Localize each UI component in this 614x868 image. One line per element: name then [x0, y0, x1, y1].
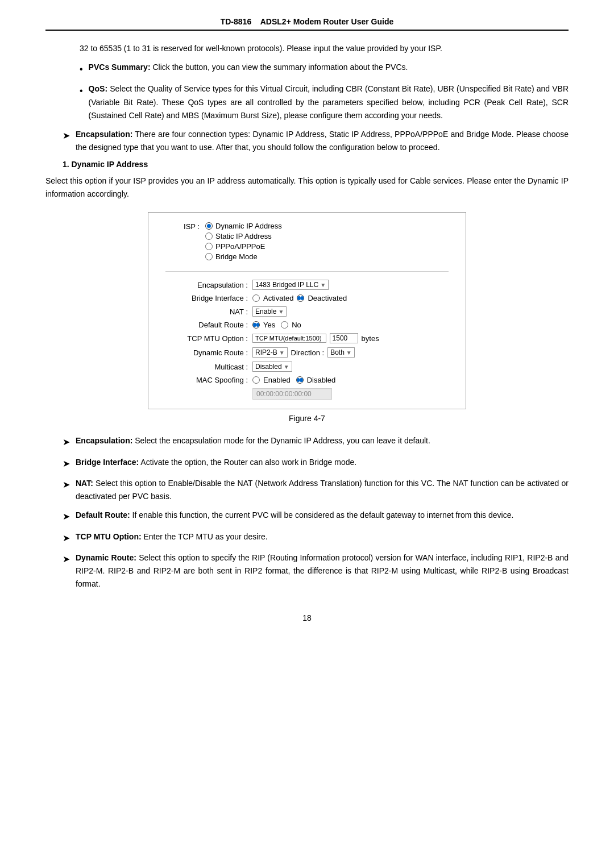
arrow-sym-2: ➤: [63, 456, 70, 471]
bridge-interface-label: Bridge Interface :: [165, 294, 248, 302]
radio-pppoa[interactable]: [205, 243, 213, 250]
arrow-sym-5: ➤: [63, 531, 70, 546]
figure-caption: Figure 4-7: [289, 414, 325, 423]
mac-spoofing-value: Enabled Disabled: [252, 376, 335, 384]
isp-option-bridge[interactable]: Bridge Mode: [205, 252, 282, 261]
arrow-dynamic-route-text: Dynamic Route: Select this option to spe…: [76, 551, 569, 591]
tcp-mtu-input[interactable]: 1500: [330, 333, 358, 343]
arrow-nat-label: NAT:: [76, 479, 93, 488]
arrow-sym-4: ➤: [63, 509, 70, 524]
nat-label: NAT :: [165, 308, 248, 316]
arrow-default-route-label: Default Route:: [76, 510, 130, 520]
encap-arrow-text: Encapsulation: There are four connection…: [76, 128, 569, 154]
isp-option-static[interactable]: Static IP Address: [205, 232, 282, 240]
tcp-mtu-value: TCP MTU(default:1500) 1500 bytes: [252, 333, 379, 343]
yes-label: Yes: [263, 321, 275, 329]
form-row-tcp-mtu: TCP MTU Option : TCP MTU(default:1500) 1…: [165, 333, 449, 343]
arrow-symbol: ➤: [63, 128, 70, 143]
arrow-bridge-interface: ➤ Bridge Interface: Activate the option,…: [63, 456, 569, 471]
arrows-after-figure: ➤ Encapsulation: Select the encapsulatio…: [63, 434, 569, 591]
arrow-dynamic-route-label: Dynamic Route:: [76, 553, 136, 562]
direction-select-arrow: ▼: [346, 350, 352, 356]
radio-activated[interactable]: [252, 294, 260, 302]
page-title: ADSL2+ Modem Router User Guide: [260, 17, 394, 26]
nat-select[interactable]: Enable ▼: [252, 306, 287, 317]
bullet-label-pvcs: PVCs Summary:: [89, 63, 151, 72]
arrow-default-route: ➤ Default Route: If enable this function…: [63, 509, 569, 524]
default-route-value: Yes No: [252, 321, 301, 329]
mac-address-input[interactable]: 00:00:00:00:00:00: [252, 388, 332, 400]
bullet-dot-pvcs: •: [80, 62, 83, 77]
disabled-label: Disabled: [307, 376, 336, 384]
encapsulation-select[interactable]: 1483 Bridged IP LLC ▼: [252, 280, 329, 290]
multicast-select[interactable]: Disabled ▼: [252, 362, 292, 372]
dynamic-route-value: RIP2-B ▼ Direction : Both ▼: [252, 347, 355, 358]
bullet-label-qos: QoS:: [89, 84, 107, 93]
arrow-encapsulation-label: Encapsulation:: [76, 436, 132, 445]
isp-option-pppoa-label: PPPoA/PPPoE: [215, 242, 265, 251]
radio-yes[interactable]: [252, 321, 260, 329]
arrow-bridge-text: Bridge Interface: Activate the option, t…: [76, 456, 356, 469]
tcp-mtu-select[interactable]: TCP MTU(default:1500): [252, 334, 326, 343]
radio-disabled[interactable]: [296, 376, 304, 384]
bullet-item-pvcs: • PVCs Summary: Click the button, you ca…: [80, 61, 569, 77]
radio-no[interactable]: [281, 321, 288, 329]
arrow-nat-text: NAT: Select this option to Enable/Disabl…: [76, 477, 569, 503]
deactivated-label: Deactivated: [308, 294, 347, 302]
figure-container: ISP : Dynamic IP Address Static IP Addre…: [45, 212, 569, 423]
bytes-label: bytes: [362, 334, 379, 343]
section-title: Dynamic IP Address: [72, 160, 148, 169]
bridge-interface-value: Activated Deactivated: [252, 294, 347, 302]
header-separator: [254, 17, 258, 26]
isp-row: ISP : Dynamic IP Address Static IP Addre…: [165, 222, 449, 261]
default-route-label: Default Route :: [165, 321, 248, 329]
encap-label: Encapsulation:: [76, 130, 132, 139]
multicast-value: Disabled ▼: [252, 362, 292, 372]
product-name: TD-8816: [221, 17, 251, 26]
form-row-dynamic-route: Dynamic Route : RIP2-B ▼ Direction : Bot…: [165, 347, 449, 358]
mac-address-value: 00:00:00:00:00:00: [252, 388, 332, 400]
dynamic-route-select-arrow: ▼: [279, 350, 285, 356]
isp-option-dynamic[interactable]: Dynamic IP Address: [205, 222, 282, 230]
isp-options: Dynamic IP Address Static IP Address PPP…: [205, 222, 282, 261]
dynamic-route-select[interactable]: RIP2-B ▼: [252, 347, 288, 358]
isp-option-dynamic-label: Dynamic IP Address: [215, 222, 282, 230]
isp-section: ISP : Dynamic IP Address Static IP Addre…: [165, 222, 449, 272]
mac-spoofing-label: MAC Spoofing :: [165, 376, 248, 384]
form-row-mac-spoofing: MAC Spoofing : Enabled Disabled: [165, 376, 449, 384]
encapsulation-label: Encapsulation :: [165, 281, 248, 289]
tcp-mtu-label: TCP MTU Option :: [165, 334, 248, 343]
form-rows: Encapsulation : 1483 Bridged IP LLC ▼ Br…: [165, 280, 449, 400]
direction-label: Direction :: [291, 348, 325, 357]
bullet-dot-qos: •: [80, 84, 83, 98]
arrow-sym-1: ➤: [63, 435, 70, 450]
isp-option-pppoa[interactable]: PPPoA/PPPoE: [205, 242, 282, 251]
radio-enabled[interactable]: [252, 376, 260, 384]
page-number: 18: [45, 613, 569, 622]
multicast-label: Multicast :: [165, 363, 248, 371]
isp-option-static-label: Static IP Address: [215, 232, 272, 240]
radio-deactivated[interactable]: [297, 294, 304, 302]
arrow-dynamic-route: ➤ Dynamic Route: Select this option to s…: [63, 551, 569, 591]
radio-dynamic-ip[interactable]: [205, 222, 213, 230]
radio-static-ip[interactable]: [205, 232, 213, 240]
direction-select[interactable]: Both ▼: [327, 347, 355, 358]
isp-option-bridge-label: Bridge Mode: [215, 252, 258, 261]
intro-text: 32 to 65535 (1 to 31 is reserved for wel…: [80, 42, 569, 55]
radio-bridge[interactable]: [205, 253, 213, 260]
arrow-encapsulation: ➤ Encapsulation: Select the encapsulatio…: [63, 434, 569, 450]
arrow-sym-3: ➤: [63, 477, 70, 492]
section-heading: 1. Dynamic IP Address: [63, 160, 569, 169]
form-row-nat: NAT : Enable ▼: [165, 306, 449, 317]
arrow-nat: ➤ NAT: Select this option to Enable/Disa…: [63, 477, 569, 503]
bullet-item-qos: • QoS: Select the Quality of Service typ…: [80, 82, 569, 122]
arrow-default-route-text: Default Route: If enable this function, …: [76, 509, 513, 522]
bullet-text-pvcs: PVCs Summary: Click the button, you can …: [89, 61, 408, 74]
isp-label: ISP :: [165, 222, 200, 231]
form-row-bridge-interface: Bridge Interface : Activated Deactivated: [165, 294, 449, 302]
bullet-list: • PVCs Summary: Click the button, you ca…: [80, 61, 569, 122]
arrow-encapsulation-text: Encapsulation: Select the encapsulation …: [76, 434, 430, 447]
form-row-multicast: Multicast : Disabled ▼: [165, 362, 449, 372]
encap-arrow-list: ➤ Encapsulation: There are four connecti…: [63, 128, 569, 154]
arrow-tcp-mtu: ➤ TCP MTU Option: Enter the TCP MTU as y…: [63, 530, 569, 546]
